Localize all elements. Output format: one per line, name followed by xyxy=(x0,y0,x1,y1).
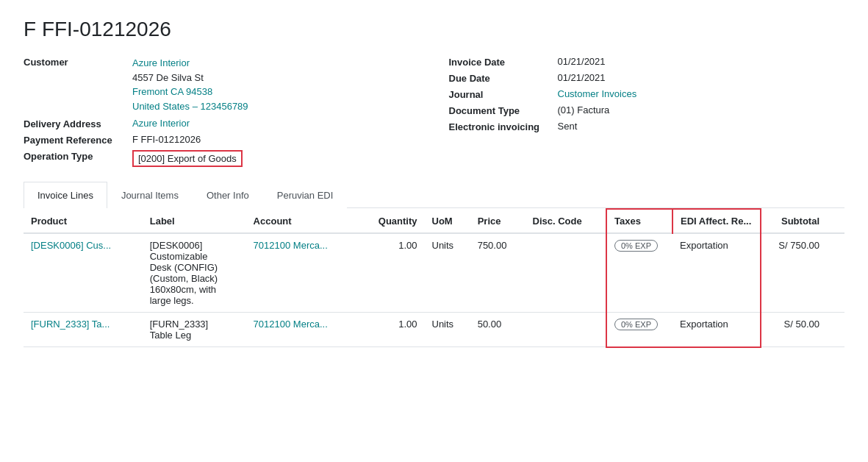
row2-tax-badge[interactable]: 0% EXP xyxy=(614,319,658,330)
journal-field: Journal Customer Invoices xyxy=(449,88,845,100)
table-header: Product Label Account Quantity UoM Price… xyxy=(24,209,844,233)
row1-uom: Units xyxy=(425,233,470,313)
delivery-address-field: Delivery Address Azure Interior xyxy=(24,118,420,129)
delivery-address-value[interactable]: Azure Interior xyxy=(132,118,190,129)
e-invoicing-value: Sent xyxy=(558,121,578,132)
row2-quantity: 1.00 xyxy=(357,313,424,347)
payment-ref-field: Payment Reference F FFI-01212026 xyxy=(24,134,420,146)
customer-field: Customer Azure Interior 4557 De Silva St… xyxy=(24,56,420,113)
due-date-value: 01/21/2021 xyxy=(558,72,606,83)
row2-uom: Units xyxy=(425,313,470,347)
customer-name[interactable]: Azure Interior xyxy=(132,56,248,71)
row1-account[interactable]: 7012100 Merca... xyxy=(246,233,358,313)
row2-label: [FURN_2333] Table Leg xyxy=(143,313,246,347)
col-header-subtotal: Subtotal xyxy=(761,209,827,233)
row1-taxes: 0% EXP xyxy=(606,233,672,313)
customer-value: Azure Interior 4557 De Silva St Fremont … xyxy=(132,56,248,113)
col-header-disc-code: Disc. Code xyxy=(526,209,606,233)
row1-label-detail: CustomizableDesk (CONFIG)(Custom, Black)… xyxy=(150,251,218,306)
col-header-taxes: Taxes xyxy=(606,209,672,233)
invoice-date-field: Invoice Date 01/21/2021 xyxy=(449,56,845,68)
payment-ref-value: F FFI-01212026 xyxy=(132,134,201,145)
e-invoicing-label: Electronic invoicing xyxy=(449,121,552,132)
invoice-lines-table: Product Label Account Quantity UoM Price… xyxy=(24,208,844,348)
row2-disc-code xyxy=(526,313,606,347)
tab-peruvian-edi[interactable]: Peruvian EDI xyxy=(263,182,348,208)
tab-journal-items[interactable]: Journal Items xyxy=(107,182,193,208)
doc-type-field: Document Type (01) Factura xyxy=(449,104,845,116)
operation-type-value: [0200] Export of Goods xyxy=(132,150,243,167)
col-header-quantity: Quantity xyxy=(357,209,424,233)
row1-quantity: 1.00 xyxy=(357,233,424,313)
row1-disc-code xyxy=(526,233,606,313)
row1-label: [DESK0006] CustomizableDesk (CONFIG)(Cus… xyxy=(143,233,246,313)
row2-menu xyxy=(827,313,844,347)
col-header-product: Product xyxy=(24,209,143,233)
operation-type-field: Operation Type [0200] Export of Goods xyxy=(24,150,420,167)
col-header-edi: EDI Affect. Re... xyxy=(672,209,761,233)
col-header-price: Price xyxy=(470,209,526,233)
journal-label: Journal xyxy=(449,88,552,100)
row1-tax-badge[interactable]: 0% EXP xyxy=(614,240,658,252)
col-header-menu xyxy=(827,209,844,233)
journal-value[interactable]: Customer Invoices xyxy=(558,88,637,99)
tab-other-info[interactable]: Other Info xyxy=(193,182,263,208)
invoice-date-value: 01/21/2021 xyxy=(558,56,606,67)
e-invoicing-field: Electronic invoicing Sent xyxy=(449,121,845,132)
row1-subtotal: S/ 750.00 xyxy=(761,233,827,313)
customer-label: Customer xyxy=(24,56,126,68)
due-date-label: Due Date xyxy=(449,72,552,84)
page-title: F FFI-01212026 xyxy=(24,18,844,41)
payment-ref-label: Payment Reference xyxy=(24,134,126,146)
row2-label-detail: Table Leg xyxy=(150,330,191,341)
doc-type-value: (01) Factura xyxy=(558,104,610,115)
invoice-date-label: Invoice Date xyxy=(449,56,552,68)
row2-label-main: [FURN_2333] xyxy=(150,319,208,330)
row2-price: 50.00 xyxy=(470,313,526,347)
operation-type-label: Operation Type xyxy=(24,150,126,162)
col-header-label: Label xyxy=(143,209,246,233)
tab-invoice-lines[interactable]: Invoice Lines xyxy=(24,182,107,208)
table-body: [DESK0006] Cus... [DESK0006] Customizabl… xyxy=(24,233,844,347)
row2-account[interactable]: 7012100 Merca... xyxy=(246,313,358,347)
form-right: Invoice Date 01/21/2021 Due Date 01/21/2… xyxy=(449,56,845,167)
col-header-uom: UoM xyxy=(425,209,470,233)
customer-address1: 4557 De Silva St xyxy=(132,71,248,85)
row1-edi: Exportation xyxy=(672,233,761,313)
due-date-field: Due Date 01/21/2021 xyxy=(449,72,845,84)
table-row: [DESK0006] Cus... [DESK0006] Customizabl… xyxy=(24,233,844,313)
row1-label-main: [DESK0006] xyxy=(150,240,203,251)
col-header-account: Account xyxy=(246,209,358,233)
form-left: Customer Azure Interior 4557 De Silva St… xyxy=(24,56,420,167)
invoice-lines-table-container: Product Label Account Quantity UoM Price… xyxy=(24,208,844,348)
table-row: [FURN_2333] Ta... [FURN_2333] Table Leg … xyxy=(24,313,844,347)
row2-subtotal: S/ 50.00 xyxy=(761,313,827,347)
customer-address2[interactable]: Fremont CA 94538 xyxy=(132,85,248,99)
row1-menu xyxy=(827,233,844,313)
row1-price: 750.00 xyxy=(470,233,526,313)
tabs-bar: Invoice Lines Journal Items Other Info P… xyxy=(24,182,844,208)
doc-type-label: Document Type xyxy=(449,104,552,116)
form-section: Customer Azure Interior 4557 De Silva St… xyxy=(24,56,844,167)
row2-edi: Exportation xyxy=(672,313,761,347)
row2-product[interactable]: [FURN_2333] Ta... xyxy=(24,313,143,347)
delivery-address-label: Delivery Address xyxy=(24,118,126,129)
row2-taxes: 0% EXP xyxy=(606,313,672,347)
customer-address3[interactable]: United States – 123456789 xyxy=(132,99,248,114)
row1-product[interactable]: [DESK0006] Cus... xyxy=(24,233,143,313)
